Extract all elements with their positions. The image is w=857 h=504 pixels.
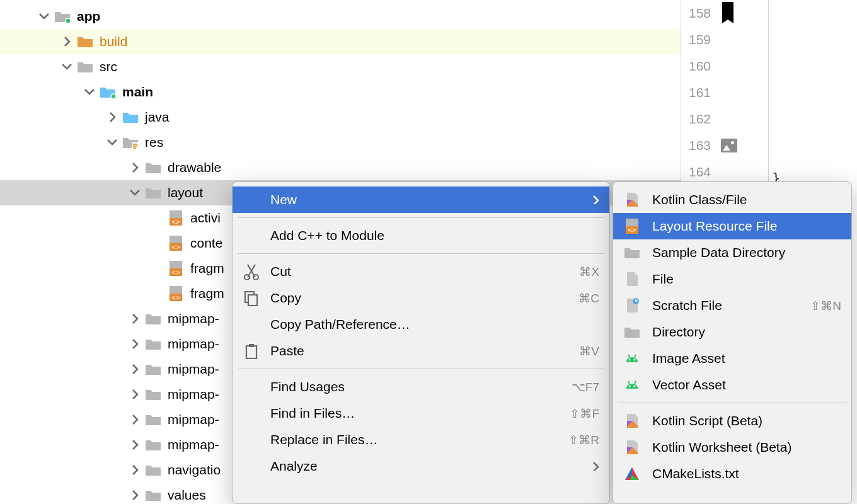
folder-icon (145, 186, 161, 200)
menu-item-find-in-files[interactable]: Find in Files… ⇧⌘F (233, 400, 609, 427)
chevron-right-icon (130, 440, 140, 450)
copy-icon (243, 290, 260, 306)
tree-item-java[interactable]: java (0, 105, 681, 130)
chevron-right-icon (590, 192, 599, 207)
tree-item-drawable[interactable]: drawable (0, 155, 681, 180)
new-submenu[interactable]: Kotlin Class/File Layout Resource File S… (613, 181, 852, 504)
menu-item-image-asset[interactable]: Image Asset (613, 345, 851, 372)
context-menu[interactable]: New Add C++ to Module Cut ⌘X Copy ⌘C Cop… (232, 181, 610, 504)
cut-icon (243, 263, 260, 280)
menu-item-sample-data[interactable]: Sample Data Directory (613, 239, 851, 266)
scratch-file-icon (623, 297, 641, 314)
line-number[interactable]: 161 (681, 79, 768, 106)
chevron-right-icon (130, 389, 140, 399)
chevron-right-icon (107, 112, 117, 122)
folder-icon (145, 413, 161, 427)
chevron-down-icon (39, 11, 49, 21)
build-folder-icon (77, 35, 93, 49)
chevron-right-icon (130, 364, 140, 374)
menu-item-kotlin-class[interactable]: Kotlin Class/File (613, 186, 851, 213)
folder-icon (145, 337, 161, 351)
tree-label: conte (190, 236, 222, 251)
kotlin-file-icon (623, 192, 641, 208)
tree-label: mipmap- (168, 311, 219, 326)
menu-item-analyze[interactable]: Analyze (233, 453, 609, 479)
xml-file-icon (168, 235, 184, 251)
folder-icon (145, 161, 161, 175)
xml-file-icon (168, 210, 184, 226)
tree-label: navigatio (168, 462, 221, 478)
tree-label: java (145, 110, 170, 125)
android-icon (623, 352, 641, 365)
chevron-down-icon (84, 87, 95, 97)
menu-separator (238, 253, 604, 254)
folder-icon (623, 325, 641, 339)
menu-item-replace-in-files[interactable]: Replace in Files… ⇧⌘R (233, 427, 609, 453)
tree-label: mipmap- (168, 336, 219, 352)
cmake-icon (623, 466, 641, 481)
menu-item-copy[interactable]: Copy ⌘C (233, 285, 609, 311)
file-icon (623, 271, 641, 287)
shortcut: ⇧⌘F (570, 406, 599, 421)
folder-icon (77, 60, 93, 74)
tree-item-res[interactable]: res (0, 130, 681, 155)
module-folder-icon (54, 9, 71, 23)
menu-item-new[interactable]: New (233, 186, 609, 213)
chevron-down-icon (107, 137, 117, 147)
menu-item-directory[interactable]: Directory (613, 319, 851, 345)
xml-file-icon (168, 260, 184, 277)
menu-separator (238, 369, 604, 369)
tree-label: values (168, 488, 206, 503)
folder-icon (145, 387, 161, 401)
folder-icon (623, 246, 641, 260)
shortcut: ⌘X (579, 265, 599, 279)
menu-item-kotlin-script[interactable]: Kotlin Script (Beta) (613, 408, 851, 434)
line-number[interactable]: 162 (681, 106, 768, 132)
tree-item-app[interactable]: app (0, 4, 681, 29)
menu-item-find-usages[interactable]: Find Usages ⌥F7 (233, 374, 609, 400)
menu-item-layout-resource[interactable]: Layout Resource File (613, 213, 851, 239)
chevron-right-icon (130, 465, 140, 475)
tree-label: mipmap- (168, 412, 219, 427)
menu-item-cut[interactable]: Cut ⌘X (233, 258, 609, 285)
shortcut: ⇧⌘N (810, 299, 841, 313)
menu-item-cmakelists[interactable]: CMakeLists.txt (613, 461, 851, 487)
menu-item-kotlin-worksheet[interactable]: Kotlin Worksheet (Beta) (613, 434, 851, 461)
line-number[interactable]: 159 (681, 26, 768, 53)
menu-separator (618, 403, 846, 403)
tree-label: build (100, 34, 127, 49)
menu-item-scratch[interactable]: Scratch File ⇧⌘N (613, 292, 851, 319)
source-folder-icon (122, 110, 139, 124)
shortcut: ⇧⌘R (568, 433, 599, 447)
folder-icon (145, 488, 161, 502)
line-number[interactable]: 158 (681, 0, 768, 26)
menu-item-file[interactable]: File (613, 266, 851, 292)
menu-item-add-cpp[interactable]: Add C++ to Module (233, 222, 609, 249)
folder-icon (145, 362, 161, 376)
chevron-right-icon (130, 163, 140, 173)
tree-item-main[interactable]: main (0, 79, 681, 105)
line-number[interactable]: 160 (681, 53, 768, 79)
chevron-right-icon (130, 314, 140, 324)
tree-label: fragm (190, 286, 224, 301)
tree-label: mipmap- (168, 362, 219, 377)
menu-item-copy-path[interactable]: Copy Path/Reference… (233, 311, 609, 338)
line-number[interactable]: 163 (681, 132, 768, 159)
tree-item-src[interactable]: src (0, 54, 681, 79)
tree-label: mipmap- (168, 437, 219, 452)
tree-item-build[interactable]: build (0, 29, 681, 54)
source-folder-icon (100, 85, 116, 99)
tree-label: main (122, 84, 153, 100)
menu-item-vector-asset[interactable]: Vector Asset (613, 372, 851, 398)
chevron-down-icon (130, 188, 140, 198)
kotlin-file-icon (623, 413, 641, 429)
shortcut: ⌘C (578, 291, 599, 306)
image-gutter-icon[interactable] (721, 139, 737, 152)
chevron-right-icon (130, 415, 140, 425)
tree-label: fragm (190, 261, 224, 276)
tree-label: layout (168, 185, 203, 200)
menu-item-paste[interactable]: Paste ⌘V (233, 338, 609, 364)
tree-label: res (145, 135, 163, 150)
tree-label: activi (190, 210, 221, 226)
android-icon (623, 379, 641, 391)
